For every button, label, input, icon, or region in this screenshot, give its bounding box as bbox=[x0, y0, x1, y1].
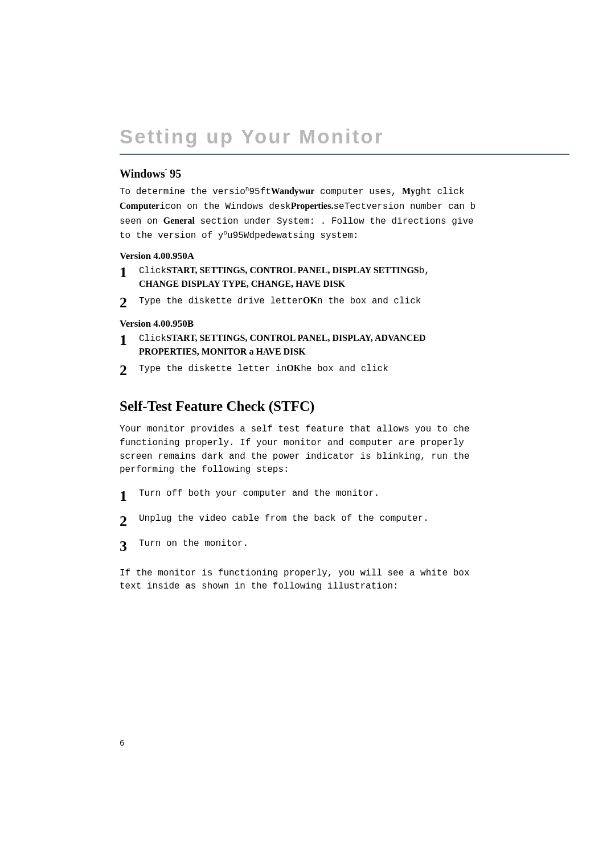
intro-line-3: seen on General section under System: . … bbox=[120, 215, 569, 228]
stfc-p1-l4: performing the following steps: bbox=[120, 464, 569, 476]
t: General bbox=[163, 216, 195, 225]
intro-line-1: To determine the version95ftWandywur com… bbox=[120, 185, 569, 199]
t: n the box and click bbox=[317, 296, 421, 306]
t: computer uses, bbox=[314, 187, 402, 197]
step-text: Unplug the video cable from the back of … bbox=[139, 513, 569, 525]
t: OK bbox=[286, 363, 301, 373]
step-number: 2 bbox=[120, 362, 139, 378]
step-number: 3 bbox=[120, 538, 139, 554]
intro-line-4: to the version of you95Wdpedewatsing sys… bbox=[120, 229, 569, 242]
step-number: 1 bbox=[120, 264, 139, 280]
stfc-heading: Self-Test Feature Check (STFC) bbox=[120, 398, 569, 414]
t: u95Wdpedewatsing system: bbox=[227, 231, 358, 241]
step-text: Turn off both your computer and the moni… bbox=[139, 488, 569, 500]
stfc-p2-l2: text inside as shown in the following il… bbox=[120, 581, 569, 593]
version-b-label: Version 4.00.950B bbox=[120, 318, 569, 330]
t: START, SETTINGS, CONTROL PANEL, DISPLAY,… bbox=[166, 333, 425, 343]
step-text: Type the diskette letter inOKhe box and … bbox=[139, 362, 569, 376]
t: Click bbox=[139, 334, 166, 344]
page-number: 6 bbox=[120, 739, 124, 748]
step-number: 1 bbox=[120, 488, 139, 504]
stfc-p2-l1: If the monitor is functioning properly, … bbox=[120, 567, 569, 580]
page-title: Setting up Your Monitor bbox=[120, 125, 569, 155]
t: CHANGE DISPLAY TYPE, CHANGE, HAVE DISK bbox=[139, 279, 345, 289]
t: 95ft bbox=[249, 187, 270, 197]
t: b, bbox=[419, 266, 430, 276]
stfc-step-2: 2 Unplug the video cable from the back o… bbox=[120, 513, 569, 529]
intro-line-2: Computericon on the Windows deskProperti… bbox=[120, 200, 569, 213]
step-text: ClickSTART, SETTINGS, CONTROL PANEL, DIS… bbox=[139, 264, 569, 291]
t: he box and click bbox=[301, 364, 388, 374]
step-number: 1 bbox=[120, 332, 139, 348]
t: to the version of y bbox=[120, 231, 223, 241]
t: OK bbox=[303, 295, 317, 305]
t: Type the diskette drive letter bbox=[139, 296, 303, 306]
t: My bbox=[402, 186, 415, 196]
step-text: ClickSTART, SETTINGS, CONTROL PANEL, DIS… bbox=[139, 332, 569, 359]
stfc-p1-l1: Your monitor provides a self test featur… bbox=[120, 423, 569, 436]
windows95-heading: Windows¨ 95 bbox=[120, 167, 569, 180]
t: seTect bbox=[333, 201, 366, 212]
t: Type the diskette letter in bbox=[139, 364, 286, 374]
t: PROPERTIES, MONITOR a HAVE DISK bbox=[139, 347, 306, 356]
version-a-label: Version 4.00.950A bbox=[120, 250, 569, 262]
t: START, SETTINGS, CONTROL PANEL, DISPLAY … bbox=[166, 265, 419, 275]
heading-part-b: 95 bbox=[167, 167, 181, 180]
step-text: Type the diskette drive letterOKn the bo… bbox=[139, 294, 569, 308]
step-number: 2 bbox=[120, 294, 139, 310]
version-a-step-2: 2 Type the diskette drive letterOKn the … bbox=[120, 294, 569, 310]
t: section under System: . Follow the direc… bbox=[195, 216, 474, 227]
version-b-step-1: 1 ClickSTART, SETTINGS, CONTROL PANEL, D… bbox=[120, 332, 569, 359]
stfc-step-3: 3 Turn on the monitor. bbox=[120, 538, 569, 554]
stfc-p1-l2: functioning properly. If your monitor an… bbox=[120, 437, 569, 450]
stfc-p1-l3: screen remains dark and the power indica… bbox=[120, 451, 569, 463]
t: icon on the Windows desk bbox=[159, 201, 290, 212]
version-a-step-1: 1 ClickSTART, SETTINGS, CONTROL PANEL, D… bbox=[120, 264, 569, 291]
t: version number can b bbox=[366, 201, 475, 212]
t: Click bbox=[139, 266, 166, 276]
heading-part-a: Windows bbox=[120, 167, 165, 180]
t: seen on bbox=[120, 216, 163, 227]
t: ght click bbox=[415, 187, 464, 197]
document-page: Setting up Your Monitor Windows¨ 95 To d… bbox=[0, 0, 615, 593]
t: Wandywur bbox=[271, 186, 314, 196]
t: To determine the versio bbox=[120, 187, 245, 197]
version-b-step-2: 2 Type the diskette letter inOKhe box an… bbox=[120, 362, 569, 378]
t: Properties. bbox=[291, 201, 334, 211]
stfc-step-1: 1 Turn off both your computer and the mo… bbox=[120, 488, 569, 504]
t: Computer bbox=[120, 201, 159, 211]
step-number: 2 bbox=[120, 513, 139, 529]
step-text: Turn on the monitor. bbox=[139, 538, 569, 550]
